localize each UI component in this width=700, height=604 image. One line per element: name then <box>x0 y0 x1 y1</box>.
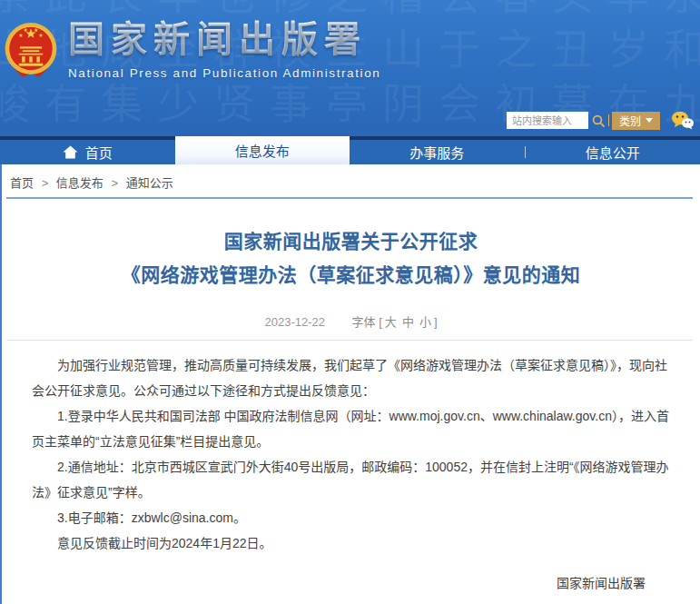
article-title: 国家新闻出版署关于公开征求 《网络游戏管理办法（草案征求意见稿）》意见的通知 <box>38 224 664 292</box>
search-category-dropdown[interactable]: 类别 <box>612 112 660 130</box>
nav-item-info-release[interactable]: 信息发布 <box>175 136 350 164</box>
breadcrumb-home-link[interactable]: 首页 <box>10 176 34 190</box>
paragraph-intro: 为加强行业规范管理，推动高质量可持续发展，我们起草了《网络游戏管理办法（草案征求… <box>32 352 670 403</box>
breadcrumb: 首页 > 信息发布 > 通知公示 <box>2 164 700 197</box>
breadcrumb-divider <box>6 197 693 199</box>
breadcrumb-info-release-link[interactable]: 信息发布 <box>56 176 104 190</box>
article-title-line1: 国家新闻出版署关于公开征求 <box>224 231 478 252</box>
font-size-large[interactable]: 大 <box>385 315 397 329</box>
site-subtitle: National Press and Publication Administr… <box>68 66 380 80</box>
nav-item-info-disclosure[interactable]: 信息公开 <box>526 140 700 164</box>
nav-item-home[interactable]: 首页 <box>0 140 175 164</box>
category-label: 类别 <box>619 113 641 128</box>
breadcrumb-notice-link[interactable]: 通知公示 <box>126 176 173 190</box>
search-input[interactable] <box>507 112 588 129</box>
search-bar: 类别 <box>507 111 695 130</box>
article-body: 为加强行业规范管理，推动高质量可持续发展，我们起草了《网络游戏管理办法（草案征求… <box>32 352 670 556</box>
publish-date: 2023-12-22 <box>264 315 325 329</box>
signature-date: 2023年12月22日 <box>2 597 646 604</box>
nav-item-label: 信息公开 <box>586 143 640 162</box>
brand-text: 国家新闻出版署 National Press and Publication A… <box>68 18 380 80</box>
nav-item-label: 办事服务 <box>409 143 464 162</box>
paragraph-channel-1: 1.登录中华人民共和国司法部 中国政府法制信息网（网址：www.moj.gov.… <box>32 403 670 454</box>
paragraph-deadline: 意见反馈截止时间为2024年1月22日。 <box>32 530 670 556</box>
site-title: 国家新闻出版署 <box>68 18 380 60</box>
main-nav: 首页 信息发布 办事服务 信息公开 <box>0 136 700 164</box>
search-button[interactable] <box>588 111 608 130</box>
font-bracket-open: [ <box>379 315 382 329</box>
signature-agency: 国家新闻出版署 <box>2 569 646 597</box>
nav-item-label: 首页 <box>85 143 113 162</box>
font-size-medium[interactable]: 中 <box>402 315 414 329</box>
font-size-label: 字体 <box>352 315 376 329</box>
national-emblem-icon <box>5 22 57 82</box>
font-size-small[interactable]: 小 <box>419 315 431 329</box>
content-area: 首页 > 信息发布 > 通知公示 国家新闻出版署关于公开征求 《网络游戏管理办法… <box>0 164 700 604</box>
paragraph-channel-3: 3.电子邮箱：zxbwlc@sina.com。 <box>32 505 670 530</box>
brand: 国家新闻出版署 National Press and Publication A… <box>5 18 380 82</box>
site-header: 永和九年岁在癸丑暮春之初会于会稽山阴之兰亭修禊事也群贤毕至少长咸集此地有崇山峻岭… <box>0 0 700 136</box>
paragraph-channel-2: 2.通信地址：北京市西城区宣武门外大街40号出版局，邮政编码：100052，并在… <box>32 454 670 505</box>
home-icon <box>63 145 78 159</box>
article-title-line2: 《网络游戏管理办法（草案征求意见稿）》意见的通知 <box>122 264 581 285</box>
nav-item-label: 信息发布 <box>235 141 290 160</box>
breadcrumb-separator: > <box>42 176 49 190</box>
meta-divider <box>6 340 693 341</box>
font-bracket-close: ] <box>434 315 438 329</box>
font-size-controls: 字体 [大中小] <box>352 315 438 329</box>
nav-item-services[interactable]: 办事服务 <box>350 140 525 164</box>
signature-block: 国家新闻出版署 2023年12月22日 <box>2 569 700 604</box>
article-meta: 2023-12-22 字体 [大中小] <box>2 312 700 330</box>
search-icon <box>592 114 605 127</box>
search-divider <box>608 114 609 126</box>
breadcrumb-separator: > <box>112 176 119 190</box>
chevron-down-icon <box>646 118 653 123</box>
page: 永和九年岁在癸丑暮春之初会于会稽山阴之兰亭修禊事也群贤毕至少长咸集此地有崇山峻岭… <box>0 0 700 604</box>
wechat-icon[interactable] <box>671 111 695 130</box>
